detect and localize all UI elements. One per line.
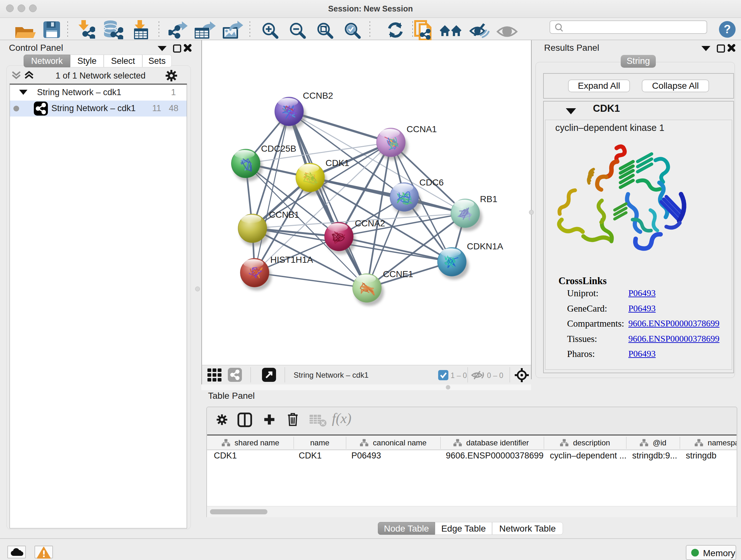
svg-text:CCNB1: CCNB1 bbox=[269, 210, 299, 220]
svg-text:?: ? bbox=[724, 23, 731, 36]
svg-text:CDC6: CDC6 bbox=[419, 178, 444, 187]
svg-text:CCNA2: CCNA2 bbox=[355, 219, 385, 228]
svg-text:RB1: RB1 bbox=[480, 194, 497, 204]
svg-text:CCNE1: CCNE1 bbox=[383, 269, 413, 279]
svg-text:CDKN1A: CDKN1A bbox=[467, 241, 503, 251]
svg-text:CCNB2: CCNB2 bbox=[303, 91, 333, 101]
svg-text:CDC25B: CDC25B bbox=[261, 144, 296, 153]
svg-text:CCNA1: CCNA1 bbox=[407, 124, 437, 134]
svg-text:CDK1: CDK1 bbox=[326, 158, 349, 168]
svg-text:HIST1H1A: HIST1H1A bbox=[270, 255, 313, 265]
